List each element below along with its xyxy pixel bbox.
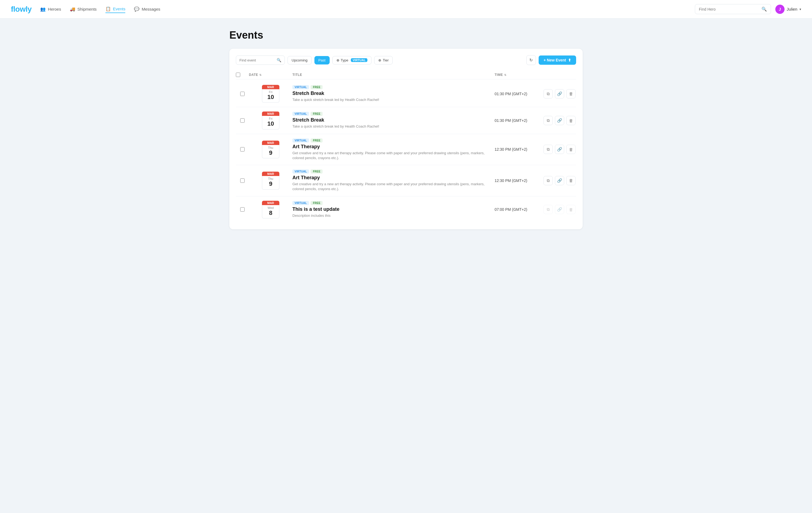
- col-title: TITLE: [292, 73, 495, 77]
- table-row: Mar Fri 10 VIRTUALFREE Stretch Break Tak…: [236, 107, 576, 134]
- row-checkbox-cell: [236, 92, 249, 96]
- trash-icon: 🗑: [569, 118, 573, 123]
- filter-upcoming-button[interactable]: Upcoming: [288, 56, 312, 64]
- filter-type-icon: ⊕: [337, 58, 340, 62]
- copy-button[interactable]: ⧉: [544, 89, 553, 99]
- tag-virtual: VIRTUAL: [292, 138, 309, 142]
- link-button[interactable]: 🔗: [555, 176, 564, 185]
- find-event-search[interactable]: 🔍: [236, 55, 285, 65]
- tag-free: FREE: [311, 138, 323, 142]
- delete-button[interactable]: 🗑: [566, 116, 576, 125]
- tag-free: FREE: [311, 201, 323, 205]
- filter-type-button[interactable]: ⊕ Type VIRTUAL: [332, 56, 372, 64]
- row-checkbox[interactable]: [240, 147, 244, 152]
- nav-label-heroes: Heroes: [48, 7, 61, 11]
- row-time-cell: 01:30 PM (GMT+2): [495, 118, 544, 123]
- find-event-input[interactable]: [239, 58, 274, 62]
- link-icon: 🔗: [557, 147, 562, 152]
- row-date-cell: Mar Fri 10: [249, 85, 292, 103]
- event-description: Description includes this: [292, 213, 490, 218]
- col-checkbox: [236, 73, 249, 77]
- row-date-cell: Mar Fri 10: [249, 111, 292, 129]
- new-event-label: + New Event: [544, 58, 566, 62]
- date-month: Mar: [262, 141, 279, 145]
- row-tags: VIRTUALFREE: [292, 201, 490, 205]
- trash-icon: 🗑: [569, 207, 573, 212]
- hero-search-input[interactable]: [699, 7, 759, 11]
- copy-icon: ⧉: [547, 91, 550, 96]
- row-date-cell: Mar Thu 9: [249, 141, 292, 158]
- nav-label-events: Events: [113, 6, 125, 11]
- copy-button[interactable]: ⧉: [544, 176, 553, 185]
- app-logo[interactable]: flowly: [11, 5, 31, 14]
- nav-item-heroes[interactable]: 👥 Heroes: [40, 5, 61, 13]
- date-day-num: 10: [265, 120, 276, 127]
- row-actions-cell: ⧉ 🔗 🗑: [544, 176, 576, 185]
- new-event-button[interactable]: + New Event ⬆: [539, 55, 576, 65]
- filter-type-badge: VIRTUAL: [351, 58, 368, 62]
- tag-virtual: VIRTUAL: [292, 201, 309, 205]
- row-checkbox-cell: [236, 118, 249, 123]
- user-badge[interactable]: J Julien ▾: [775, 5, 801, 14]
- row-time-cell: 12:30 PM (GMT+2): [495, 147, 544, 152]
- link-icon: 🔗: [557, 91, 562, 96]
- event-title: This is a test update: [292, 207, 490, 212]
- link-button[interactable]: 🔗: [555, 89, 564, 99]
- main-nav: 👥 Heroes 🚚 Shipments 📋 Events 💬 Messages: [40, 5, 160, 13]
- delete-button[interactable]: 🗑: [566, 205, 576, 214]
- link-button[interactable]: 🔗: [555, 205, 564, 214]
- delete-button[interactable]: 🗑: [566, 176, 576, 185]
- filter-past-button[interactable]: Past: [314, 56, 330, 64]
- row-actions-cell: ⧉ 🔗 🗑: [544, 89, 576, 99]
- refresh-button[interactable]: ↻: [526, 55, 536, 65]
- event-title: Stretch Break: [292, 90, 490, 96]
- event-rows: Mar Fri 10 VIRTUALFREE Stretch Break Tak…: [236, 81, 576, 223]
- user-name: Julien: [787, 7, 797, 11]
- event-description: Get creative and try a new art therapy a…: [292, 151, 490, 161]
- delete-button[interactable]: 🗑: [566, 89, 576, 99]
- date-day-num: 9: [265, 149, 276, 156]
- col-time[interactable]: TIME ⇅: [495, 73, 544, 77]
- link-icon: 🔗: [557, 178, 562, 183]
- hero-search-box[interactable]: 🔍: [695, 4, 771, 14]
- row-checkbox[interactable]: [240, 118, 244, 123]
- time-sort-icon: ⇅: [504, 74, 506, 76]
- toolbar-right: ↻ + New Event ⬆: [526, 55, 576, 65]
- copy-button[interactable]: ⧉: [544, 145, 553, 154]
- tag-virtual: VIRTUAL: [292, 169, 309, 173]
- row-checkbox[interactable]: [240, 92, 244, 96]
- row-date-cell: Mar Thu 9: [249, 172, 292, 189]
- nav-item-messages[interactable]: 💬 Messages: [134, 5, 160, 13]
- link-icon: 🔗: [557, 118, 562, 123]
- date-day-num: 9: [265, 180, 276, 187]
- row-tags: VIRTUALFREE: [292, 85, 490, 89]
- avatar: J: [775, 5, 785, 14]
- select-all-checkbox[interactable]: [236, 73, 240, 77]
- row-checkbox[interactable]: [240, 179, 244, 183]
- row-checkbox[interactable]: [240, 207, 244, 212]
- date-day-name: Wed: [265, 206, 276, 210]
- col-date[interactable]: DATE ⇅: [249, 73, 292, 77]
- header-left: flowly 👥 Heroes 🚚 Shipments 📋 Events 💬 M…: [11, 5, 160, 14]
- nav-item-shipments[interactable]: 🚚 Shipments: [70, 5, 97, 13]
- delete-button[interactable]: 🗑: [566, 145, 576, 154]
- link-button[interactable]: 🔗: [555, 145, 564, 154]
- row-title-cell: VIRTUALFREE Art Therapy Get creative and…: [292, 138, 495, 161]
- row-actions-cell: ⧉ 🔗 🗑: [544, 145, 576, 154]
- tag-free: FREE: [311, 85, 323, 89]
- copy-button[interactable]: ⧉: [544, 205, 553, 214]
- link-button[interactable]: 🔗: [555, 116, 564, 125]
- row-checkbox-cell: [236, 179, 249, 183]
- date-day-num: 8: [265, 210, 276, 217]
- copy-button[interactable]: ⧉: [544, 116, 553, 125]
- header-right: 🔍 J Julien ▾: [695, 4, 801, 14]
- trash-icon: 🗑: [569, 147, 573, 152]
- nav-item-events[interactable]: 📋 Events: [106, 5, 125, 13]
- find-event-search-icon: 🔍: [277, 58, 281, 62]
- row-tags: VIRTUALFREE: [292, 169, 490, 173]
- date-month: Mar: [262, 85, 279, 89]
- filter-tier-button[interactable]: ⊕ Tier: [374, 56, 393, 64]
- tag-free: FREE: [311, 169, 323, 173]
- event-description: Get creative and try a new art therapy a…: [292, 182, 490, 191]
- event-title: Art Therapy: [292, 144, 490, 150]
